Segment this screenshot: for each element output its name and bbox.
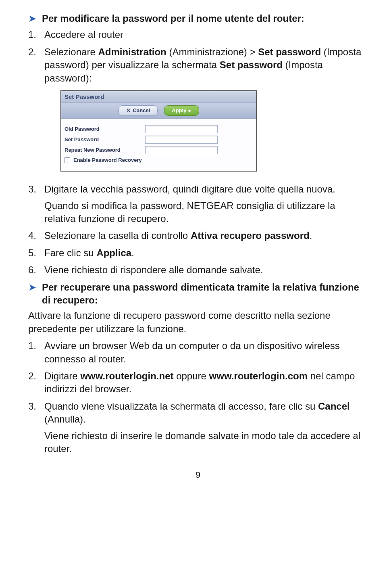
embedded-screenshot: Set Password ✕Cancel Apply▸ Old Password… <box>60 90 257 172</box>
intro-text: Attivare la funzione di recupero passwor… <box>28 309 368 335</box>
field-label: Enable Password Recovery <box>73 157 142 164</box>
item-number: 1. <box>28 28 44 41</box>
procedure-list-2: 1. Avviare un browser Web da un computer… <box>28 339 368 455</box>
item-text: Viene richiesto di rispondere alle doman… <box>44 264 368 276</box>
item-number: 1. <box>28 339 44 366</box>
item-text: Selezionare la casella di controllo Atti… <box>44 229 368 242</box>
item-number: 6. <box>28 264 44 276</box>
close-icon: ✕ <box>126 107 131 114</box>
list-item: 1. Accedere al router <box>28 28 368 41</box>
field-label: Set Password <box>64 136 145 143</box>
page-number: 9 <box>28 469 368 481</box>
list-item: 1. Avviare un browser Web da un computer… <box>28 339 368 366</box>
item-number: 5. <box>28 247 44 259</box>
document-page: ➤ Per modificare la password per il nome… <box>0 0 387 489</box>
arrow-icon: ➤ <box>28 12 36 25</box>
procedure-heading-1: ➤ Per modificare la password per il nome… <box>28 12 368 25</box>
list-item: 2. Digitare www.routerlogin.net oppure w… <box>28 370 368 396</box>
set-password-input[interactable] <box>145 136 218 144</box>
form-row: Old Password <box>64 125 253 133</box>
item-text: Avviare un browser Web da un computer o … <box>44 339 368 366</box>
cancel-button[interactable]: ✕Cancel <box>119 105 158 116</box>
item-number: 2. <box>28 370 44 396</box>
item-text: Digitare la vecchia password, quindi dig… <box>44 183 368 196</box>
form-row: Set Password <box>64 136 253 144</box>
form-row: Enable Password Recovery <box>64 157 253 164</box>
screenshot-form: Old Password Set Password Repeat New Pas… <box>61 119 256 171</box>
item-text: Accedere al router <box>44 28 368 41</box>
list-item: 3. Digitare la vecchia password, quindi … <box>28 183 368 225</box>
old-password-input[interactable] <box>145 125 218 133</box>
screenshot-title: Set Password <box>61 91 256 103</box>
item-number: 3. <box>28 400 44 456</box>
item-number: 4. <box>28 229 44 242</box>
procedure-heading-2: ➤ Per recuperare una password dimenticat… <box>28 281 368 307</box>
screenshot-button-bar: ✕Cancel Apply▸ <box>61 103 256 119</box>
list-item: 4. Selezionare la casella di controllo A… <box>28 229 368 242</box>
apply-button[interactable]: Apply▸ <box>164 105 199 116</box>
item-text: Quando viene visualizzata la schermata d… <box>44 400 368 426</box>
item-number: 2. <box>28 46 44 179</box>
item-number: 3. <box>28 183 44 225</box>
enable-recovery-checkbox[interactable] <box>64 157 70 163</box>
chevron-right-icon: ▸ <box>189 107 191 114</box>
form-row: Repeat New Password <box>64 146 253 154</box>
list-item: 2. Selezionare Administration (Amministr… <box>28 46 368 179</box>
item-text: Viene richiesto di inserire le domande s… <box>44 429 368 456</box>
procedure-list-1: 1. Accedere al router 2. Selezionare Adm… <box>28 28 368 276</box>
item-text: Digitare www.routerlogin.net oppure www.… <box>44 370 368 396</box>
list-item: 3. Quando viene visualizzata la schermat… <box>28 400 368 456</box>
field-label: Old Password <box>64 126 145 133</box>
item-text: Quando si modifica la password, NETGEAR … <box>44 199 368 226</box>
arrow-icon: ➤ <box>28 281 36 294</box>
item-text: Fare clic su Applica. <box>44 247 368 259</box>
field-label: Repeat New Password <box>64 146 145 154</box>
list-item: 5. Fare clic su Applica. <box>28 247 368 259</box>
heading-text: Per recuperare una password dimenticata … <box>42 281 368 307</box>
item-text: Selezionare Administration (Amministrazi… <box>44 46 368 85</box>
heading-text: Per modificare la password per il nome u… <box>42 12 304 25</box>
list-item: 6. Viene richiesto di rispondere alle do… <box>28 264 368 276</box>
repeat-password-input[interactable] <box>145 146 218 154</box>
